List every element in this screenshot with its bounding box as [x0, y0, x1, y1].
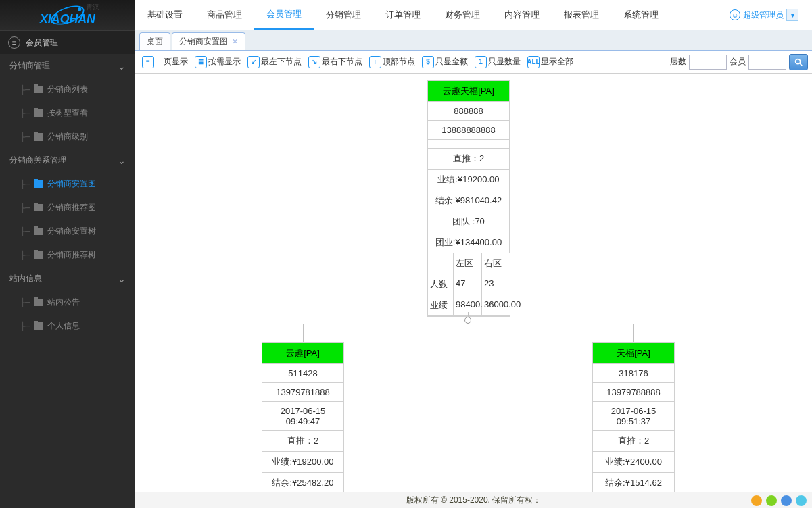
sidebar-head-label: 会员管理	[26, 37, 58, 49]
node-row: 2017-06-15 09:51:37	[593, 402, 674, 431]
node-root-title[interactable]: 云趣天福[PA]	[428, 81, 509, 102]
toolbar-一页显示[interactable]: ≡一页显示	[139, 53, 191, 71]
node-row: 直推：2	[262, 431, 343, 452]
node-row: 直推：2	[593, 431, 674, 452]
svg-point-4	[796, 59, 801, 63]
member-input[interactable]	[748, 55, 786, 70]
canvas[interactable]: 云趣天福[PA] 88888813888888888直推：2业绩:¥19200.…	[135, 74, 812, 508]
layer-input[interactable]	[689, 55, 727, 70]
toolbar-icon: ≣	[195, 56, 207, 68]
tabs: 桌面分销商安置图✕	[135, 30, 812, 51]
sidebar-item-个人信息[interactable]: ├─个人信息	[0, 314, 135, 338]
connector	[633, 324, 634, 342]
node-row: 结余:¥1514.62	[593, 473, 674, 494]
node-root: 云趣天福[PA] 88888813888888888直推：2业绩:¥19200.…	[427, 80, 510, 317]
node-row: 13888888888	[428, 121, 509, 140]
node-right: 天福[PA] 318176139797888882017-06-15 09:51…	[592, 342, 675, 494]
footer-icons	[751, 495, 807, 506]
node-row: 888888	[428, 102, 509, 121]
nav-报表管理[interactable]: 报表管理	[552, 0, 611, 30]
sidebar-item-分销商推荐图[interactable]: ├─分销商推荐图	[0, 196, 135, 220]
folder-icon	[34, 228, 43, 235]
toolbar-icon: ALL	[527, 56, 540, 68]
grid-cell: 23	[482, 274, 510, 295]
grid-cell: 47	[454, 274, 482, 295]
node-row: 结余:¥981040.42	[428, 190, 509, 211]
node-row: 业绩:¥2400.00	[593, 452, 674, 473]
folder-icon	[34, 180, 43, 188]
member-label: 会员	[730, 56, 746, 68]
nav-系统管理[interactable]: 系统管理	[611, 0, 671, 30]
status-dot-icon	[796, 495, 807, 506]
layer-label: 层数	[670, 56, 686, 68]
sidebar-item-分销商安置图[interactable]: ├─分销商安置图	[0, 172, 135, 196]
toolbar-最右下节点[interactable]: ↘最右下节点	[306, 53, 365, 71]
node-row: 2017-06-15 09:49:47	[262, 402, 343, 431]
node-row: 团业:¥134400.00	[428, 232, 509, 253]
connector-node	[464, 317, 471, 324]
sidebar-head: ≡ 会员管理	[0, 30, 135, 54]
search-button[interactable]	[789, 54, 808, 70]
status-dot-icon	[751, 495, 762, 506]
grid-cell: 左区	[454, 253, 482, 274]
folder-icon	[34, 204, 43, 211]
topnav: 基础设置商品管理会员管理分销管理订单管理财务管理内容管理报表管理系统管理	[135, 0, 671, 30]
connector	[303, 324, 634, 324]
toolbar-顶部节点[interactable]: ↑顶部节点	[366, 53, 418, 71]
tab-桌面[interactable]: 桌面	[139, 32, 170, 50]
folder-icon	[34, 86, 43, 93]
close-icon[interactable]: ✕	[232, 37, 238, 46]
nav-商品管理[interactable]: 商品管理	[195, 0, 254, 30]
node-left: 云趣[PA] 511428139797818882017-06-15 09:49…	[262, 342, 344, 494]
node-row: 13979781888	[262, 383, 343, 402]
user-label: 超级管理员	[743, 9, 784, 21]
tab-分销商安置图[interactable]: 分销商安置图✕	[172, 32, 245, 50]
chevron-down-icon[interactable]: ▾	[786, 9, 798, 21]
node-row: 511428	[262, 364, 343, 383]
sidebar-item-站内公告[interactable]: ├─站内公告	[0, 290, 135, 314]
sidebar-item-分销商级别[interactable]: ├─分销商级别	[0, 125, 135, 149]
toolbar-icon: 1	[475, 56, 487, 68]
folder-icon	[34, 251, 43, 259]
toolbar: ≡一页显示≣按需显示↙最左下节点↘最右下节点↑顶部节点$只显金额1只显数量ALL…	[135, 51, 812, 74]
status-dot-icon	[766, 495, 777, 506]
footer: 版权所有 © 2015-2020. 保留所有权：	[135, 492, 812, 508]
node-row	[428, 140, 509, 149]
user-corner[interactable]: ☺ 超级管理员 ▾	[730, 9, 798, 21]
folder-icon	[34, 109, 43, 117]
node-left-title[interactable]: 云趣[PA]	[262, 343, 343, 364]
sidebar-item-分销商安置树[interactable]: ├─分销商安置树	[0, 220, 135, 243]
nav-基础设置[interactable]: 基础设置	[135, 0, 195, 30]
nav-会员管理[interactable]: 会员管理	[254, 0, 314, 30]
sidebar-item-分销商推荐树[interactable]: ├─分销商推荐树	[0, 243, 135, 267]
connector	[303, 324, 304, 342]
toolbar-按需显示[interactable]: ≣按需显示	[192, 53, 243, 71]
node-row: 团队 :70	[428, 211, 509, 232]
grid-cell: 业绩	[428, 295, 454, 316]
sidebar-section-分销商关系管理[interactable]: 分销商关系管理⌄	[0, 149, 135, 172]
grid-cell	[428, 253, 454, 274]
logo: XIAOHAN 霄汉	[0, 0, 135, 30]
sidebar-item-按树型查看[interactable]: ├─按树型查看	[0, 101, 135, 125]
menu-icon: ≡	[8, 36, 20, 49]
svg-point-1	[78, 7, 81, 11]
sidebar-section-站内信息[interactable]: 站内信息⌄	[0, 267, 135, 290]
toolbar-icon: ≡	[142, 56, 154, 68]
sidebar-item-分销商列表[interactable]: ├─分销商列表	[0, 78, 135, 101]
nav-财务管理[interactable]: 财务管理	[433, 0, 492, 30]
nav-分销管理[interactable]: 分销管理	[314, 0, 373, 30]
node-right-title[interactable]: 天福[PA]	[593, 343, 674, 364]
nav-内容管理[interactable]: 内容管理	[492, 0, 552, 30]
grid-cell: 36000.00	[482, 295, 510, 316]
main: 桌面分销商安置图✕ ≡一页显示≣按需显示↙最左下节点↘最右下节点↑顶部节点$只显…	[135, 30, 812, 508]
toolbar-icon: ↘	[308, 56, 320, 68]
toolbar-显示全部[interactable]: ALL显示全部	[525, 53, 576, 71]
nav-订单管理[interactable]: 订单管理	[373, 0, 433, 30]
footer-text: 版权所有 © 2015-2020. 保留所有权：	[406, 494, 542, 506]
toolbar-只显金额[interactable]: $只显金额	[419, 53, 471, 71]
sidebar-section-分销商管理[interactable]: 分销商管理⌄	[0, 54, 135, 78]
folder-icon	[34, 322, 43, 330]
toolbar-只显数量[interactable]: 1只显数量	[472, 53, 523, 71]
toolbar-最左下节点[interactable]: ↙最左下节点	[245, 53, 304, 71]
node-row: 结余:¥25482.20	[262, 473, 343, 494]
